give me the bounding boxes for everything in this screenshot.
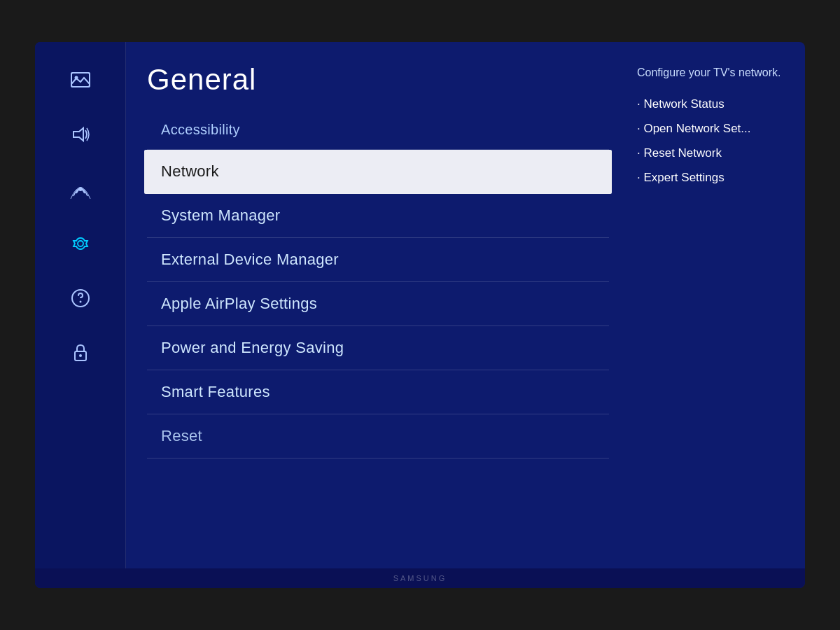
right-panel-item: · Network Status <box>637 94 791 115</box>
svg-marker-3 <box>74 128 83 141</box>
tv-bottom-bar: SAMSUNG <box>35 568 805 588</box>
svg-point-5 <box>78 241 83 246</box>
menu-item-power-energy-saving[interactable]: Power and Energy Saving <box>147 326 609 370</box>
right-panel-item: · Expert Settings <box>637 168 791 188</box>
right-panel-items: · Network Status· Open Network Set...· R… <box>637 94 791 188</box>
svg-rect-0 <box>71 73 90 87</box>
tv-screen: General AccessibilityNetworkSystem Manag… <box>35 42 805 588</box>
main-content: General AccessibilityNetworkSystem Manag… <box>126 42 623 588</box>
page-title: General <box>147 63 609 97</box>
privacy-icon[interactable] <box>64 336 97 370</box>
right-panel-item: · Reset Network <box>637 144 791 164</box>
menu-item-network[interactable]: Network <box>144 150 612 194</box>
menu-item-external-device-manager[interactable]: External Device Manager <box>147 238 609 282</box>
svg-point-2 <box>74 76 78 80</box>
sidebar <box>35 42 126 588</box>
picture-icon[interactable] <box>64 63 97 97</box>
right-panel-description: Configure your TV's network. <box>637 63 791 82</box>
settings-icon[interactable] <box>64 227 97 260</box>
svg-point-9 <box>79 354 82 357</box>
menu-item-accessibility[interactable]: Accessibility <box>147 111 609 150</box>
menu-item-reset[interactable]: Reset <box>147 414 609 458</box>
menu-item-system-manager[interactable]: System Manager <box>147 194 609 238</box>
menu-list: AccessibilityNetworkSystem ManagerExtern… <box>147 111 609 458</box>
brand-label: SAMSUNG <box>393 574 447 582</box>
menu-item-smart-features[interactable]: Smart Features <box>147 370 609 414</box>
right-panel-item: · Open Network Set... <box>637 119 791 139</box>
right-panel: Configure your TV's network. · Network S… <box>623 42 805 588</box>
menu-item-apple-airplay-settings[interactable]: Apple AirPlay Settings <box>147 282 609 326</box>
connectivity-icon[interactable] <box>64 172 97 206</box>
support-icon[interactable] <box>64 281 97 315</box>
svg-rect-1 <box>71 73 90 87</box>
sound-icon[interactable] <box>64 118 97 151</box>
svg-point-7 <box>79 301 81 303</box>
